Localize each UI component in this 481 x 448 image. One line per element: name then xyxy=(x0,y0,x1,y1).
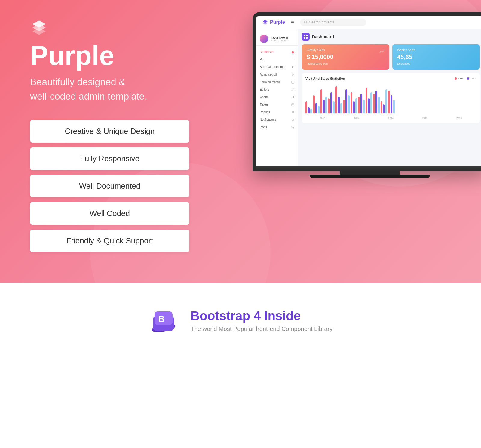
bottom-section: B Bootstrap 4 Inside The world Most Popu… xyxy=(0,283,481,358)
bar-group xyxy=(328,92,335,113)
editor-icon xyxy=(291,88,294,91)
bar-group xyxy=(388,91,395,113)
admin-logo-icon xyxy=(262,19,268,25)
svg-rect-12 xyxy=(293,96,294,98)
chevron-icon xyxy=(291,66,294,69)
svg-rect-9 xyxy=(292,81,294,83)
chart-bar xyxy=(383,104,385,113)
stats-row: Weekly Sales $ 15,0000 Increased by 60% … xyxy=(302,44,480,70)
svg-rect-8 xyxy=(292,60,294,60)
feature-support: Friendly & Quick Support xyxy=(30,230,189,252)
admin-search-bar[interactable]: Search projects xyxy=(300,19,366,26)
sidebar-item-editors[interactable]: Editors xyxy=(256,86,298,93)
chart-bar xyxy=(373,94,375,113)
chart-x-label: 2015 xyxy=(422,117,428,119)
chart-bar xyxy=(323,100,325,113)
legend-dot-chn xyxy=(455,77,457,80)
chart-bar xyxy=(308,107,310,113)
chart-bar xyxy=(313,95,315,113)
hamburger-icon[interactable]: ≡ xyxy=(291,19,294,26)
bar-group xyxy=(320,89,327,113)
stat-change-1: Increased by 60% xyxy=(307,62,384,65)
top-section: Purple Beautifully designed & well-coded… xyxy=(0,0,481,283)
svg-marker-4 xyxy=(263,22,268,25)
chart-bar xyxy=(393,100,395,113)
bar-group xyxy=(335,86,342,113)
table-icon xyxy=(291,103,294,106)
chart-bar xyxy=(348,95,350,113)
chart-bar xyxy=(318,106,320,113)
chart-section: Visit And Sales Statistics CHN xyxy=(302,73,480,123)
bar-group xyxy=(373,91,380,113)
sidebar-item-popups[interactable]: Popups xyxy=(256,108,298,116)
sidebar-item-rtl[interactable]: Rtl xyxy=(256,56,298,63)
sidebar-item-notifications[interactable]: Notifications xyxy=(256,116,298,123)
admin-logo: Purple xyxy=(262,19,285,25)
svg-rect-20 xyxy=(306,35,308,36)
home-icon xyxy=(291,51,294,54)
laptop-mockup: Purple ≡ Search projects xyxy=(253,12,481,178)
rtl-icon xyxy=(291,58,294,61)
search-icon xyxy=(304,21,307,24)
user-name: David Grey. H xyxy=(271,36,288,39)
bar-group xyxy=(305,101,312,113)
sidebar-item-tables[interactable]: Tables xyxy=(256,101,298,108)
bar-group xyxy=(366,88,372,113)
laptop-stand xyxy=(340,171,400,175)
stat-card-sales: Weekly Sales $ 15,0000 Increased by 60% xyxy=(302,44,389,70)
user-avatar xyxy=(260,35,268,43)
chart-bar xyxy=(378,97,380,113)
legend-chn: CHN xyxy=(455,77,464,80)
sidebar-item-form[interactable]: Form elements xyxy=(256,78,298,86)
chart-x-labels: 20132014201420152016 xyxy=(305,117,476,119)
chart-bar xyxy=(325,97,327,113)
chart-bar xyxy=(338,97,340,113)
svg-line-6 xyxy=(306,23,307,24)
chart-bar xyxy=(335,86,337,113)
chart-bar xyxy=(385,89,387,113)
chevron-icon-2 xyxy=(291,73,294,76)
chart-bar xyxy=(358,97,360,113)
sidebar-item-charts[interactable]: Charts xyxy=(256,93,298,101)
admin-main-header: Dashboard xyxy=(302,33,480,41)
chart-bar xyxy=(310,109,312,113)
svg-rect-22 xyxy=(306,37,308,39)
chart-bar xyxy=(368,98,370,113)
laptop-base xyxy=(256,166,481,171)
sidebar-item-basic-ui[interactable]: Basic UI Elements xyxy=(256,63,298,71)
svg-point-18 xyxy=(293,127,294,128)
chart-title: Visit And Sales Statistics xyxy=(305,77,345,80)
laptop-screen: Purple ≡ Search projects xyxy=(256,16,481,166)
sidebar-item-advanced-ui[interactable]: Advanced UI xyxy=(256,71,298,78)
svg-rect-7 xyxy=(292,59,294,59)
chart-bar xyxy=(343,100,345,113)
stat-value-2: 45,65 xyxy=(397,54,475,60)
features-list: Creative & Unique Design Fully Responsiv… xyxy=(30,120,189,252)
chart-bars: 20132014201420152016 xyxy=(305,83,476,119)
chart-x-label: 2014 xyxy=(388,117,394,119)
feature-coded: Well Coded xyxy=(30,202,189,225)
chart-bar xyxy=(315,103,317,113)
chart-bar xyxy=(391,95,392,113)
bell-icon xyxy=(291,118,294,121)
chart-bar xyxy=(360,94,362,113)
feature-documented: Well Documented xyxy=(30,175,189,197)
chart-x-label: 2013 xyxy=(320,117,325,119)
svg-rect-19 xyxy=(304,35,305,36)
chart-bar xyxy=(353,101,355,113)
sidebar-item-dashboard[interactable]: Dashboard xyxy=(256,48,298,56)
chart-bar xyxy=(363,100,365,113)
admin-ui: Purple ≡ Search projects xyxy=(256,16,481,166)
user-status: Project Manager xyxy=(271,39,288,42)
popup-icon xyxy=(291,111,294,114)
admin-main: Dashboard Weekly Sales $ 15,0000 Increas… xyxy=(298,29,481,166)
sidebar-item-icons[interactable]: Icons xyxy=(256,123,298,131)
bootstrap-text-area: Bootstrap 4 Inside The world Most Popula… xyxy=(191,309,332,332)
svg-rect-11 xyxy=(293,97,293,98)
chart-x-label: 2014 xyxy=(354,117,359,119)
chart-bar xyxy=(340,103,342,113)
svg-point-17 xyxy=(292,126,293,127)
sidebar-user: David Grey. H Project Manager xyxy=(256,32,298,46)
brand-logo-icon xyxy=(30,18,48,36)
laptop-frame: Purple ≡ Search projects xyxy=(253,12,481,171)
